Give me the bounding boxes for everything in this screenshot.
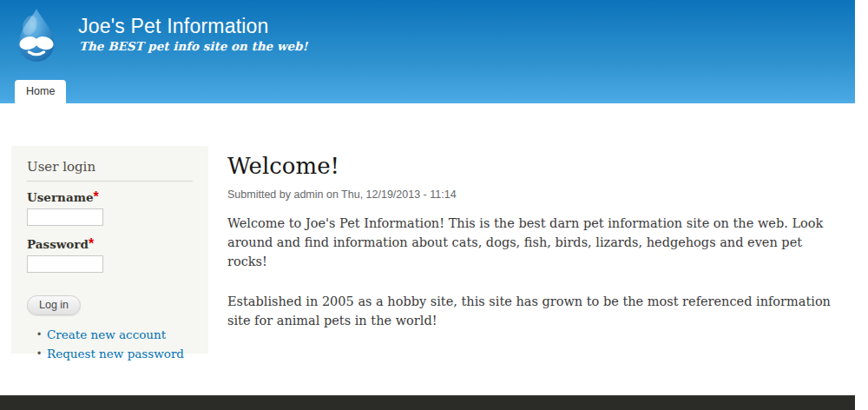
create-new-account-link[interactable]: Create new account (47, 327, 166, 341)
site-slogan: The BEST pet info site on the web! (79, 39, 307, 53)
username-required-marker: * (94, 189, 99, 204)
main-content: Welcome! Submitted by admin on Thu, 12/1… (227, 153, 835, 330)
established-paragraph: Established in 2005 as a hobby site, thi… (227, 292, 835, 330)
list-item: Create new account (37, 327, 193, 342)
password-input[interactable] (27, 255, 103, 273)
list-item: Request new password (37, 346, 193, 361)
password-required-marker: * (89, 236, 94, 251)
log-in-button[interactable]: Log in (27, 295, 81, 315)
submitted-byline: Submitted by admin on Thu, 12/19/2013 - … (227, 188, 835, 201)
username-form-item: Username* (27, 189, 193, 226)
druplicon-logo-icon[interactable] (10, 6, 63, 63)
password-form-item: Password* (27, 236, 193, 273)
username-input[interactable] (27, 208, 103, 226)
site-header: Joe's Pet Information The BEST pet info … (0, 0, 855, 103)
site-name-link[interactable]: Joe's Pet Information (78, 15, 269, 38)
main-menu-tabs: Home (15, 80, 66, 103)
tab-home[interactable]: Home (15, 80, 66, 103)
password-label: Password (27, 237, 89, 251)
user-login-links: Create new account Request new password (27, 327, 193, 361)
page-title: Welcome! (227, 153, 835, 179)
footer (0, 395, 855, 410)
user-login-block: User login Username* Password* Log in Cr… (11, 146, 208, 354)
page: Joe's Pet Information The BEST pet info … (0, 0, 855, 410)
welcome-paragraph: Welcome to Joe's Pet Information! This i… (227, 214, 835, 271)
username-label: Username (27, 190, 94, 204)
request-new-password-link[interactable]: Request new password (47, 347, 184, 360)
user-login-title: User login (27, 159, 193, 182)
